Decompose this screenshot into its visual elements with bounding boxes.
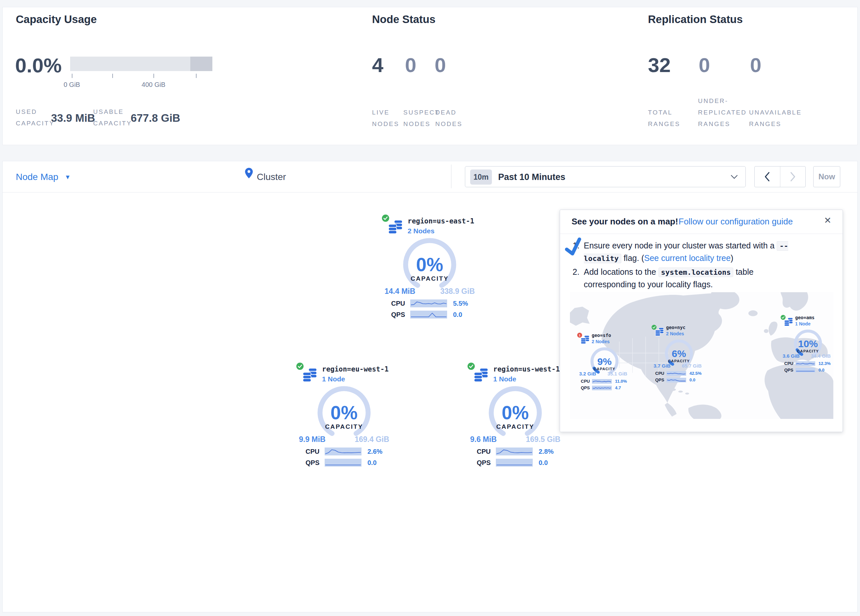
gauge-percent: 0%	[331, 402, 358, 423]
gauge-capacity-word: CAPACITY	[496, 423, 534, 430]
qps-value: 0.0	[367, 459, 377, 467]
qps-value: 0.0	[453, 311, 462, 318]
locality-name: region=us-west-1	[493, 365, 560, 373]
locality-card-geo-nyc[interactable]: geo=nyc2 Nodes6%CAPACITY3.7 GiB65.7 GiBC…	[651, 323, 704, 384]
close-icon[interactable]: ✕	[824, 215, 831, 226]
used-value: 14.4 MiB	[384, 287, 415, 296]
time-range-dropdown[interactable]: 10m Past 10 Minutes	[465, 166, 746, 187]
chevron-down-icon[interactable]: ▾	[66, 173, 69, 181]
stat-value: 4	[372, 55, 383, 75]
database-nodes-icon	[302, 368, 317, 383]
qps-label: QPS	[306, 459, 325, 467]
cpu-label: CPU	[655, 371, 666, 376]
cpu-value: 11.0%	[615, 379, 627, 384]
locality-card-region-eu-west-1[interactable]: region=eu-west-11 Node0%CAPACITY9.9 MiB1…	[296, 362, 392, 470]
stat-label: UNDER-REPLICATEDRANGES	[698, 95, 747, 130]
locality-tree-link[interactable]: See current locality tree	[644, 253, 731, 263]
stat-value: 0	[750, 55, 761, 75]
view-selector[interactable]: Node Map	[16, 172, 58, 182]
step-text-segment: Ensure every node in your cluster was st…	[584, 241, 777, 250]
capacity-gauge: 0%CAPACITY	[479, 385, 551, 439]
node-count[interactable]: 2 Nodes	[592, 339, 609, 344]
node-count[interactable]: 2 Nodes	[666, 331, 684, 336]
sparkline-chart	[796, 368, 815, 373]
breadcrumb[interactable]: Cluster	[257, 172, 286, 182]
database-nodes-icon	[302, 368, 317, 384]
cpu-row: CPU2.8%	[477, 448, 554, 455]
total-value: 338.9 GiB	[440, 287, 475, 296]
total-value: 169.5 GiB	[526, 435, 560, 444]
qps-value: 0.0	[539, 459, 548, 467]
cpu-value: 2.8%	[539, 448, 554, 455]
qps-row: QPS0.0	[391, 310, 462, 318]
stat-value: 32	[648, 55, 671, 75]
axis-tick	[112, 74, 113, 78]
gauge-percent: 9%	[597, 356, 611, 367]
node-count[interactable]: 2 Nodes	[408, 227, 435, 235]
sparkline-chart	[410, 299, 447, 307]
usable-capacity-value: 677.8 GiB	[131, 112, 180, 124]
cpu-label: CPU	[784, 361, 796, 366]
sparkline-chart	[796, 361, 815, 366]
capacity-values: 3.2 GiB35.1 GiB	[579, 371, 627, 376]
cpu-label: CPU	[581, 379, 592, 384]
sparkline-chart	[666, 371, 686, 376]
configuration-guide-link[interactable]: Follow our configuration guide	[679, 216, 793, 227]
qps-label: QPS	[581, 385, 592, 390]
node-count[interactable]: 1 Node	[795, 321, 811, 326]
popup-header-divider	[560, 234, 843, 234]
qps-label: QPS	[391, 311, 410, 318]
total-value: 34.4 GiB	[811, 353, 831, 359]
qps-row: QPS0.0	[784, 368, 824, 373]
locality-name: region=us-east-1	[408, 217, 474, 225]
capacity-gauge: 0%CAPACITY	[394, 237, 466, 292]
used-value: 9.9 MiB	[299, 435, 326, 444]
locality-card-region-us-west-1[interactable]: region=us-west-11 Node0%CAPACITY9.6 MiB1…	[468, 362, 563, 470]
time-range-badge: 10m	[470, 169, 492, 185]
gauge-percent: 0%	[416, 254, 443, 275]
now-button[interactable]: Now	[813, 166, 840, 187]
capacity-values: 3.7 GiB65.7 GiB	[654, 363, 701, 368]
cpu-label: CPU	[391, 300, 410, 307]
capacity-bar-dark-segment	[190, 56, 212, 71]
capacity-gauge: 0%CAPACITY	[308, 385, 380, 440]
locality-card-geo-ams[interactable]: geo=ams1 Node10%CAPACITY3.6 GiB34.4 GiBC…	[781, 313, 833, 374]
toolbar-divider	[3, 192, 857, 193]
cpu-row: CPU42.5%	[655, 371, 701, 376]
cpu-row: CPU12.3%	[784, 361, 831, 366]
locality-card-geo-sfo[interactable]: 1geo=sfo2 Nodes9%CAPACITY3.2 GiB35.1 GiB…	[577, 331, 630, 392]
gauge-capacity-word: CAPACITY	[668, 359, 690, 363]
time-back-button[interactable]	[755, 166, 780, 187]
popup-step-2: 2.Add locations to the system.locations …	[573, 266, 806, 290]
locality-card-region-us-east-1[interactable]: region=us-east-12 Nodes0%CAPACITY14.4 Mi…	[382, 214, 477, 323]
step-text-segment: )	[731, 253, 733, 263]
node-count[interactable]: 1 Node	[493, 375, 516, 383]
capacity-gauge: 0%CAPACITY	[394, 237, 466, 291]
cpu-label: CPU	[477, 448, 496, 455]
axis-tick-label: 400 GiB	[141, 81, 165, 89]
node-count[interactable]: 1 Node	[322, 375, 345, 383]
cpu-value: 5.5%	[453, 300, 468, 307]
stat-label: TOTALRANGES	[648, 107, 680, 130]
database-nodes-icon	[655, 328, 664, 338]
world-map-preview: 1geo=sfo2 Nodes9%CAPACITY3.2 GiB35.1 GiB…	[570, 292, 833, 419]
capacity-gauge: 0%CAPACITY	[479, 385, 551, 440]
capacity-gauge: 0%CAPACITY	[308, 385, 380, 439]
node-status-title: Node Status	[372, 13, 436, 26]
total-value: 65.7 GiB	[682, 363, 701, 368]
time-step-buttons	[754, 166, 806, 187]
database-nodes-icon	[581, 335, 590, 346]
cpu-value: 42.5%	[689, 371, 701, 376]
used-capacity-value: 33.9 MiB	[51, 112, 95, 124]
capacity-bar	[70, 56, 212, 71]
capacity-values: 3.6 GiB34.4 GiB	[783, 353, 831, 359]
step-text-segment: flag. (	[621, 253, 644, 263]
qps-label: QPS	[655, 378, 666, 382]
sparkline-chart	[325, 459, 361, 467]
sparkline-chart	[496, 459, 533, 467]
time-forward-button[interactable]	[780, 166, 806, 187]
gauge-percent: 6%	[672, 348, 686, 359]
popup-steps: 1.Ensure every node in your cluster was …	[573, 240, 806, 292]
qps-label: QPS	[784, 368, 796, 373]
stat-value: 0	[405, 55, 416, 75]
